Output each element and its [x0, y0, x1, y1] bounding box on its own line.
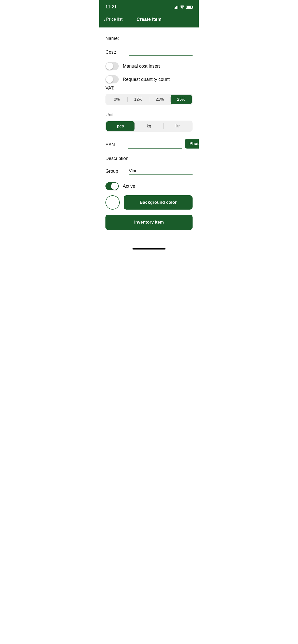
- status-bar: 11:21: [99, 0, 199, 13]
- page-title: Create item: [137, 17, 161, 22]
- request-quantity-label: Request quantity count: [123, 77, 170, 82]
- vat-option-3[interactable]: 25%: [171, 95, 192, 104]
- group-value[interactable]: Vine: [129, 168, 193, 175]
- group-row: Group Vine: [105, 168, 193, 175]
- nav-header: ‹ Price list Create item: [99, 13, 199, 27]
- wifi-icon: [180, 5, 184, 9]
- battery-icon: [186, 6, 193, 9]
- cost-label: Cost:: [105, 50, 126, 56]
- name-input[interactable]: [129, 35, 193, 42]
- ean-row: EAN: Photos: [105, 139, 193, 149]
- toggle-knob-2: [106, 76, 113, 83]
- cost-input[interactable]: [129, 48, 193, 56]
- background-color-row: Background color: [105, 195, 193, 210]
- ean-label: EAN:: [105, 142, 126, 149]
- back-button[interactable]: ‹ Price list: [103, 17, 123, 22]
- signal-icon: [174, 5, 178, 9]
- manual-cost-toggle[interactable]: [105, 62, 119, 70]
- vat-segmented-control: 0% 12% 21% 25%: [105, 94, 193, 105]
- unit-option-litr[interactable]: litr: [164, 121, 192, 131]
- background-color-button[interactable]: Background color: [124, 195, 193, 210]
- unit-section: Unit: pcs kg litr: [105, 112, 193, 132]
- ean-input-wrapper: EAN:: [105, 141, 182, 149]
- back-label: Price list: [106, 17, 123, 22]
- status-icons: [174, 5, 193, 9]
- cost-field-row: Cost:: [105, 48, 193, 56]
- inventory-item-button[interactable]: Inventory item: [105, 215, 193, 230]
- manual-cost-label: Manual cost insert: [123, 64, 160, 69]
- toggle-knob: [106, 63, 113, 70]
- vat-section: VAT: 0% 12% 21% 25%: [105, 85, 193, 105]
- manual-cost-row: Manual cost insert: [105, 62, 193, 70]
- active-row: Active: [105, 182, 193, 190]
- unit-option-pcs[interactable]: pcs: [106, 121, 134, 131]
- request-quantity-toggle[interactable]: [105, 75, 119, 83]
- unit-segmented-control: pcs kg litr: [105, 121, 193, 132]
- ean-input[interactable]: [128, 141, 182, 149]
- home-indicator: [99, 246, 199, 253]
- active-label: Active: [123, 184, 135, 189]
- description-label: Description:: [105, 156, 130, 162]
- name-label: Name:: [105, 36, 126, 42]
- status-time: 11:21: [105, 5, 116, 10]
- home-bar: [132, 248, 166, 250]
- active-toggle-knob: [111, 183, 118, 190]
- vat-option-0[interactable]: 0%: [106, 95, 127, 104]
- vat-option-1[interactable]: 12%: [128, 95, 149, 104]
- color-picker-circle[interactable]: [105, 195, 120, 210]
- description-field-row: Description:: [105, 155, 193, 162]
- photos-button[interactable]: Photos: [185, 139, 199, 149]
- description-input[interactable]: [133, 155, 193, 162]
- unit-option-kg[interactable]: kg: [135, 121, 163, 131]
- back-chevron-icon: ‹: [103, 17, 105, 22]
- vat-label: VAT:: [105, 85, 193, 91]
- active-toggle[interactable]: [105, 182, 119, 190]
- name-field-row: Name:: [105, 35, 193, 42]
- request-quantity-row: Request quantity count: [105, 75, 193, 83]
- unit-label: Unit:: [105, 112, 193, 118]
- form-content: Name: Cost: Manual cost insert Request q…: [99, 27, 199, 246]
- vat-option-2[interactable]: 21%: [149, 95, 170, 104]
- group-label: Group: [105, 169, 126, 175]
